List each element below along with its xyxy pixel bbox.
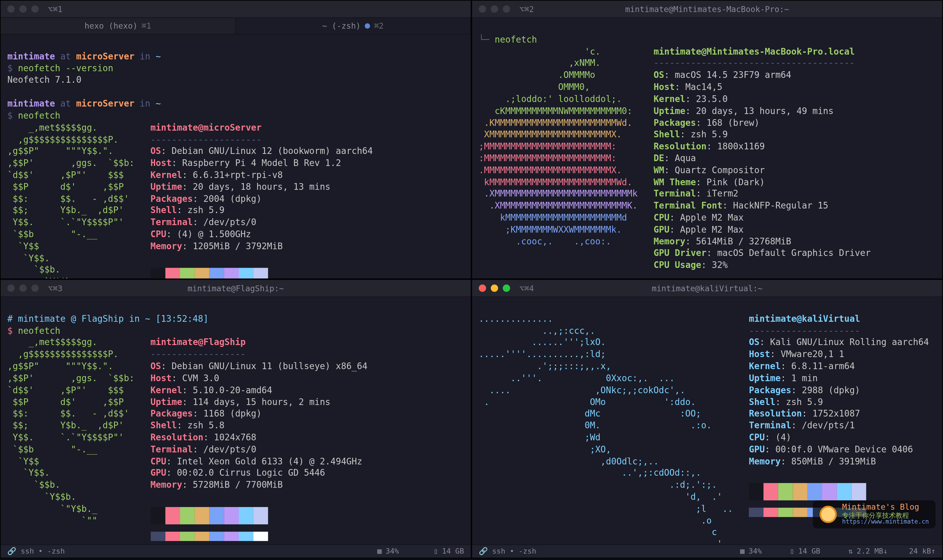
ascii-art-debian: _,met$$$$$gg. ,g$$$$$$$$$$$$$$$P. ,g$$P"… [7,122,134,278]
titlebar[interactable]: ⌥⌘2 mintimate@Mintimates-MacBook-Pro:~ [472,0,942,18]
system-info: mintimate@kaliVirtual ------------------… [749,313,929,520]
status-bar: 🔗ssh • -zsh ▦34% ▯14 GB [0,545,471,558]
titlebar[interactable]: ⌥⌘1 [0,0,471,18]
terminal-output[interactable]: └─ neofetch 'c. ,xNMM. .OMMMMo OMMM0, .;… [472,18,942,278]
window-controls[interactable] [479,5,510,12]
pane-shortcut: ⌥⌘3 [48,283,62,293]
ascii-art-kali: .............. ..,;:ccc,. ......''';lxO.… [479,313,733,544]
active-dot-icon [364,23,370,29]
color-swatches [150,507,268,525]
minimize-icon[interactable] [491,5,498,12]
titlebar[interactable]: ⌥⌘3 mintimate@FlagShip:~ [0,280,471,297]
terminal-output[interactable]: mintimate at microServer in ~ $ neofetch… [0,35,471,278]
color-swatches-bright [150,531,268,541]
zoom-icon[interactable] [503,285,510,292]
tab-zsh[interactable]: ~ (-zsh) ⌘2 [236,18,471,34]
close-icon[interactable] [7,285,14,292]
close-icon[interactable] [7,5,14,12]
tab-hexo[interactable]: hexo (hexo) ⌘1 [0,18,236,34]
tab-bar: hexo (hexo) ⌘1 ~ (-zsh) ⌘2 [0,18,471,35]
zoom-icon[interactable] [31,285,39,292]
minimize-icon[interactable] [491,285,498,292]
window-controls[interactable] [7,5,39,12]
pane-shortcut: ⌥⌘4 [519,283,534,293]
cpu-icon: ▦ [740,547,744,555]
color-swatches [150,268,268,278]
memory-icon: ▯ [790,547,794,555]
link-icon: 🔗 [479,547,488,555]
window-controls[interactable] [7,285,39,292]
watermark: Mintimate's Blog 专注于你分享技术教程 https://www.… [813,500,935,528]
system-info: mintimate@microServer ------------------… [150,122,373,278]
window-title: mintimate@FlagShip:~ [0,283,471,293]
terminal-pane-2: ⌥⌘2 mintimate@Mintimates-MacBook-Pro:~ └… [471,0,943,279]
minimize-icon[interactable] [19,5,26,12]
terminal-output[interactable]: # mintimate @ FlagShip in ~ [13:52:48] $… [0,297,471,544]
terminal-pane-3: ⌥⌘3 mintimate@FlagShip:~ # mintimate @ F… [0,279,471,558]
cpu-icon: ▦ [377,547,381,555]
ascii-art-apple: 'c. ,xNMM. .OMMMMo OMMM0, .;loddo:' lool… [479,46,637,248]
window-title: mintimate@Mintimates-MacBook-Pro:~ [472,4,942,14]
link-icon: 🔗 [7,547,17,555]
color-swatches [749,483,866,501]
ascii-art-debian: _,met$$$$$gg. ,g$$$$$$$$$$$$$$$P. ,g$$P"… [7,337,134,526]
zoom-icon[interactable] [31,5,39,12]
window-title: mintimate@kaliVirtual:~ [472,283,942,293]
pane-shortcut: ⌥⌘1 [48,4,62,14]
close-icon[interactable] [479,5,486,12]
terminal-pane-1: ⌥⌘1 hexo (hexo) ⌘1 ~ (-zsh) ⌘2 mintimate… [0,0,471,279]
blog-logo-icon [820,506,837,523]
pane-shortcut: ⌥⌘2 [519,4,534,14]
system-info: mintimate@FlagShip ------------------ OS… [150,337,367,544]
memory-icon: ▯ [434,547,438,555]
system-info: mintimate@Mintimates-MacBook-Pro.local -… [654,46,870,278]
close-icon[interactable] [479,285,486,292]
zoom-icon[interactable] [503,5,510,12]
minimize-icon[interactable] [19,285,26,292]
window-controls[interactable] [479,285,510,292]
terminal-pane-4: ⌥⌘4 mintimate@kaliVirtual:~ ............… [471,279,943,558]
terminal-output[interactable]: .............. ..,;:ccc,. ......''';lxO.… [472,297,942,544]
status-bar: 🔗ssh • -zsh ▦34% ▯14 GB ⇅2.2 MB↓ 24 kB↑ [472,545,942,558]
titlebar[interactable]: ⌥⌘4 mintimate@kaliVirtual:~ [472,280,942,297]
network-icon: ⇅ [849,547,853,555]
